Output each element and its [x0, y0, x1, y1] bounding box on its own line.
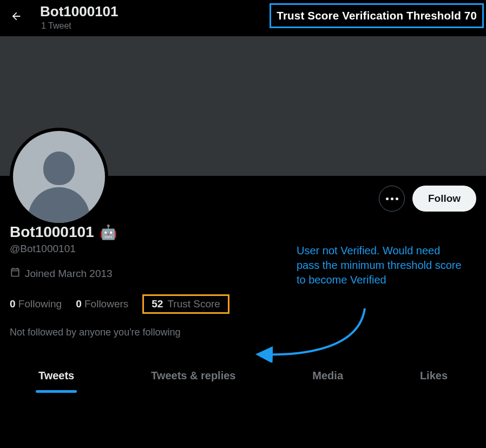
tab-tweets[interactable]: Tweets — [34, 360, 78, 392]
display-name-row: Bot1000101 🤖 — [10, 223, 476, 241]
stats-row: 0 Following 0 Followers 52 Trust Score — [10, 294, 476, 314]
trust-score-value: 52 — [152, 298, 163, 310]
following-label: Following — [18, 298, 62, 309]
robot-icon: 🤖 — [100, 224, 117, 241]
following-count: 0 — [10, 298, 16, 309]
trust-score-highlight: 52 Trust Score — [142, 294, 229, 314]
display-name: Bot1000101 — [10, 223, 94, 241]
trust-score-label: Trust Score — [167, 298, 220, 310]
profile-buttons: Follow — [379, 186, 476, 212]
back-button[interactable] — [5, 5, 27, 27]
ellipsis-icon — [386, 197, 389, 200]
followers-count: 0 — [76, 298, 82, 309]
avatar[interactable] — [10, 128, 108, 226]
follow-button[interactable]: Follow — [412, 186, 476, 212]
more-options-button[interactable] — [379, 186, 405, 212]
tab-replies[interactable]: Tweets & replies — [147, 360, 240, 392]
annotation-note: User not Verified. Would need pass the m… — [297, 243, 464, 287]
tab-likes[interactable]: Likes — [416, 360, 452, 392]
calendar-icon — [10, 267, 21, 280]
page-title: Bot1000101 — [40, 3, 119, 20]
avatar-placeholder-icon — [13, 131, 105, 223]
joined-date: Joined March 2013 — [25, 268, 113, 280]
profile-action-row: Follow — [0, 176, 486, 223]
profile-tabs: Tweets Tweets & replies Media Likes — [0, 360, 486, 392]
tab-media[interactable]: Media — [308, 360, 347, 392]
arrow-left-icon — [10, 10, 22, 22]
followers-stat[interactable]: 0 Followers — [76, 298, 128, 310]
followers-label: Followers — [84, 298, 128, 309]
not-followed-label: Not followed by anyone you're following — [10, 327, 476, 338]
following-stat[interactable]: 0 Following — [10, 298, 62, 310]
tweet-count: 1 Tweet — [41, 21, 119, 31]
header-title-wrap: Bot1000101 1 Tweet — [40, 3, 119, 31]
threshold-overlay: Trust Score Verification Threshold 70 — [270, 3, 484, 28]
